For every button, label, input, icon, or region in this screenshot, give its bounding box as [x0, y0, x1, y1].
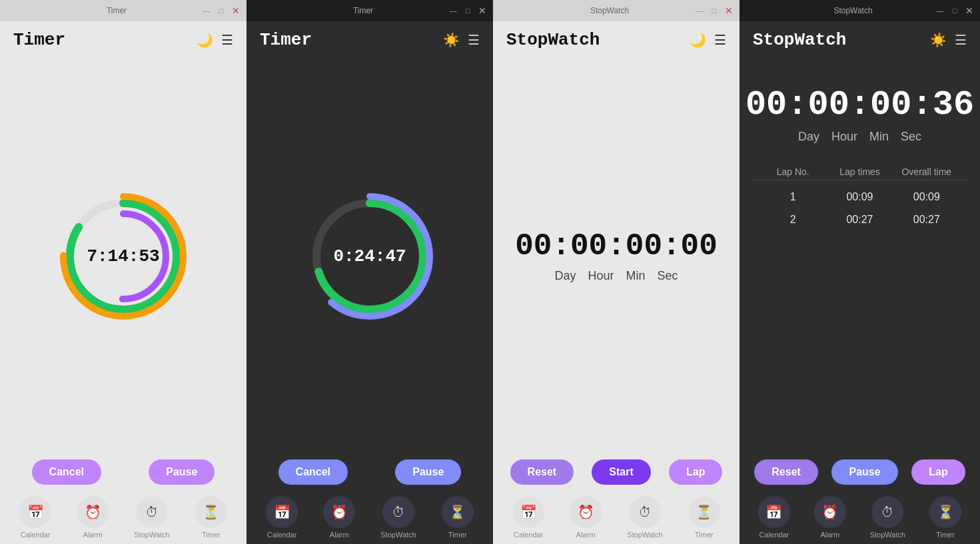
pause-btn-2[interactable]: Pause: [395, 459, 461, 485]
nav-calendar-1[interactable]: 📅 Calendar: [19, 496, 51, 539]
nav-label-timer-4: Timer: [936, 531, 955, 539]
lap-no-1: 1: [759, 191, 826, 203]
menu-icon-1[interactable]: ☰: [221, 32, 233, 48]
stopwatch-labels-3: Day Hour Min Sec: [515, 269, 718, 283]
header-icons-2: ☀️ ☰: [443, 32, 480, 48]
timer-icon-3: ⏳: [688, 496, 720, 528]
calendar-icon-2: 📅: [266, 496, 298, 528]
stopwatch-icon-3: ⏱: [629, 496, 661, 528]
minimize-btn-2[interactable]: —: [448, 5, 458, 16]
content-3: 00:00:00:00 Day Hour Min Sec: [493, 59, 739, 453]
nav-alarm-1[interactable]: ⏰ Alarm: [77, 496, 109, 539]
nav-calendar-2[interactable]: 📅 Calendar: [266, 496, 298, 539]
bottom-buttons-4: Reset Pause Lap: [739, 453, 980, 491]
content-4: 00:00:00:36 Day Hour Min Sec Lap No. Lap…: [739, 59, 980, 453]
maximize-btn-1[interactable]: □: [216, 5, 227, 16]
app-title-1: Timer: [13, 30, 65, 50]
label-sec-4: Sec: [901, 130, 921, 144]
timer-icon-4: ⏳: [929, 496, 961, 528]
stopwatch-display-4: 00:00:00:36 Day Hour Min Sec: [739, 72, 980, 157]
bottom-nav-1: 📅 Calendar ⏰ Alarm ⏱ StopWatch ⏳ Timer: [0, 491, 246, 544]
calendar-icon-4: 📅: [758, 496, 790, 528]
app-header-3: StopWatch 🌙 ☰: [493, 21, 739, 59]
close-btn-4[interactable]: ✕: [964, 5, 975, 16]
app-title-2: Timer: [260, 30, 312, 50]
sun-icon-4[interactable]: ☀️: [930, 32, 947, 48]
nav-stopwatch-2[interactable]: ⏱ StopWatch: [380, 496, 416, 539]
bottom-nav-2: 📅 Calendar ⏰ Alarm ⏱ StopWatch ⏳ Timer: [246, 491, 493, 544]
label-min-3: Min: [626, 269, 645, 283]
menu-icon-2[interactable]: ☰: [468, 32, 480, 48]
nav-label-timer-3: Timer: [695, 531, 714, 539]
header-icons-3: 🌙 ☰: [690, 32, 726, 48]
lap-col-header-no: Lap No.: [759, 166, 826, 177]
reset-btn-3[interactable]: Reset: [510, 459, 574, 485]
label-min-4: Min: [869, 130, 889, 144]
cancel-btn-2[interactable]: Cancel: [278, 459, 348, 485]
menu-icon-3[interactable]: ☰: [714, 32, 726, 48]
nav-alarm-3[interactable]: ⏰ Alarm: [570, 496, 602, 539]
lap-row-1: 1 00:09 00:09: [753, 186, 967, 208]
lap-btn-4[interactable]: Lap: [911, 459, 965, 485]
nav-timer-4[interactable]: ⏳ Timer: [929, 496, 961, 539]
moon-icon-1[interactable]: 🌙: [197, 32, 213, 48]
app-header-4: StopWatch ☀️ ☰: [739, 21, 980, 59]
moon-icon-3[interactable]: 🌙: [690, 32, 706, 48]
pause-btn-4[interactable]: Pause: [831, 459, 897, 485]
nav-stopwatch-4[interactable]: ⏱ StopWatch: [870, 496, 905, 539]
pause-btn-1[interactable]: Pause: [149, 459, 215, 485]
nav-stopwatch-1[interactable]: ⏱ StopWatch: [134, 496, 169, 539]
content-2: 0:24:47: [246, 59, 493, 453]
nav-timer-1[interactable]: ⏳ Timer: [195, 496, 227, 539]
sun-icon-2[interactable]: ☀️: [443, 32, 460, 48]
minimize-btn-1[interactable]: —: [201, 5, 212, 16]
titlebar-1: Timer — □ ✕: [0, 0, 246, 21]
lap-overall-1: 00:09: [893, 191, 960, 203]
label-day-4: Day: [798, 130, 819, 144]
nav-stopwatch-3[interactable]: ⏱ StopWatch: [627, 496, 662, 539]
alarm-icon-1: ⏰: [77, 496, 109, 528]
nav-calendar-3[interactable]: 📅 Calendar: [512, 496, 544, 539]
minimize-btn-4[interactable]: —: [935, 5, 945, 16]
calendar-icon-1: 📅: [19, 496, 51, 528]
timer-circle-2: 0:24:47: [303, 190, 436, 323]
nav-label-stopwatch-4: StopWatch: [870, 531, 905, 539]
lap-col-header-overall: Overall time: [893, 166, 960, 177]
nav-label-alarm-4: Alarm: [820, 531, 839, 539]
lap-overall-2: 00:27: [893, 214, 960, 226]
maximize-btn-3[interactable]: □: [709, 5, 720, 16]
maximize-btn-2[interactable]: □: [462, 5, 473, 16]
stopwatch-display-3: 00:00:00:00 Day Hour Min Sec: [502, 216, 731, 296]
close-btn-3[interactable]: ✕: [724, 5, 734, 16]
close-btn-2[interactable]: ✕: [477, 5, 488, 16]
menu-icon-4[interactable]: ☰: [955, 32, 967, 48]
maximize-btn-4[interactable]: □: [949, 5, 960, 16]
nav-alarm-4[interactable]: ⏰ Alarm: [814, 496, 846, 539]
titlebar-3: StopWatch — □ ✕: [493, 0, 739, 21]
app-title-4: StopWatch: [753, 30, 846, 50]
lap-row-2: 2 00:27 00:27: [753, 208, 967, 231]
cancel-btn-1[interactable]: Cancel: [32, 459, 101, 485]
titlebar-title-1: Timer: [32, 6, 201, 15]
titlebar-4: StopWatch — □ ✕: [739, 0, 980, 21]
close-btn-1[interactable]: ✕: [231, 5, 241, 16]
bottom-nav-4: 📅 Calendar ⏰ Alarm ⏱ StopWatch ⏳ Timer: [739, 491, 980, 544]
minimize-btn-3[interactable]: —: [694, 5, 705, 16]
lap-btn-3[interactable]: Lap: [669, 459, 722, 485]
lap-time-2: 00:27: [826, 214, 893, 226]
header-icons-1: 🌙 ☰: [197, 32, 233, 48]
nav-label-stopwatch-3: StopWatch: [627, 531, 662, 539]
nav-timer-2[interactable]: ⏳ Timer: [442, 496, 474, 539]
nav-timer-3[interactable]: ⏳ Timer: [688, 496, 720, 539]
stopwatch-labels-4: Day Hour Min Sec: [745, 130, 974, 144]
nav-alarm-2[interactable]: ⏰ Alarm: [323, 496, 355, 539]
timer-circle-1: 7:14:53: [57, 190, 190, 323]
nav-label-alarm-2: Alarm: [330, 531, 349, 539]
stopwatch-dark-window: StopWatch — □ ✕ StopWatch ☀️ ☰ 00:00:00:…: [739, 0, 980, 544]
titlebar-controls-4: — □ ✕: [935, 5, 975, 16]
titlebar-controls-3: — □ ✕: [694, 5, 734, 16]
nav-calendar-4[interactable]: 📅 Calendar: [758, 496, 790, 539]
reset-btn-4[interactable]: Reset: [754, 459, 818, 485]
start-btn-3[interactable]: Start: [592, 459, 650, 485]
nav-label-alarm-1: Alarm: [83, 531, 103, 539]
